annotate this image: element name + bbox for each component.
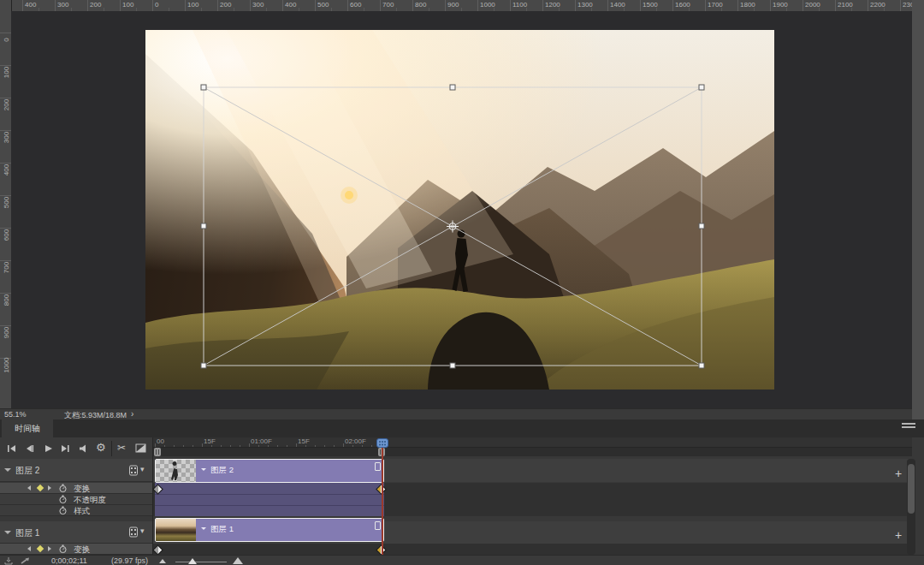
convert-arrow-icon[interactable] [21,557,30,564]
property-label: 样式 [74,506,90,517]
clip-end-marker[interactable] [375,462,381,471]
ruler-tick [217,0,218,11]
ruler-label: 300 [252,1,264,9]
zoom-out-mountain-icon[interactable] [159,559,166,563]
next-keyframe-icon[interactable] [48,546,51,551]
ruler-tick [152,0,153,11]
zoom-level[interactable]: 55.1% [4,410,27,419]
film-dropdown-icon[interactable]: ▾ [140,526,145,535]
left-ruler[interactable]: 01002003004005006007008009001000 [0,11,12,408]
timeline-ruler-tick [258,445,259,447]
audio-toggle-icon[interactable] [79,444,89,453]
timeline-ruler-tick [268,445,269,447]
ruler-corner[interactable] [0,0,12,12]
split-scissors-icon[interactable]: ✂ [117,442,126,454]
timeline-ruler-label: 15F [298,437,310,445]
timeline-bottom-bar: 0;00;02;11 (29.97 fps) [0,555,924,565]
video-clip-layer2[interactable]: 图层 2 [155,459,384,483]
video-clip-layer1[interactable]: 图层 1 [155,518,384,542]
playback-settings-gear-icon[interactable]: ⚙ [96,441,106,454]
stopwatch-icon[interactable] [58,544,68,554]
zoom-in-mountain-icon[interactable] [233,557,243,564]
timeline-scrollbar[interactable] [907,459,915,555]
collapse-chevron-icon[interactable] [4,468,11,472]
clip-end-marker[interactable] [375,521,381,530]
ruler-label: 1200 [545,1,560,9]
transform-handle-top-right[interactable] [699,85,704,90]
transform-handle-top-left[interactable] [201,85,206,90]
transition-icon[interactable] [135,443,146,453]
next-keyframe-icon[interactable] [48,485,51,491]
timeline-ruler[interactable]: 0015F01:00F15F02:00F [153,437,912,448]
top-ruler[interactable]: 4003002001000100200300400500600700800900… [0,0,912,12]
keyframe-diamond-icon[interactable] [37,485,44,491]
previous-keyframe-icon[interactable] [27,546,31,551]
clip-chevron-icon[interactable] [201,527,206,530]
transform-handle-bottom-right[interactable] [699,363,704,368]
track-header-layer1[interactable]: 图层 1 ▾ [0,521,152,544]
collapse-chevron-icon[interactable] [4,531,11,534]
frame-rate-display: (29.97 fps) [111,556,148,565]
work-area-start-handle[interactable] [154,448,161,456]
track-header-layer2[interactable]: 图层 2 ▾ [0,459,152,482]
next-frame-button[interactable] [60,444,70,453]
property-row-transform-layer2[interactable]: 变换 [0,483,152,494]
timeline-ruler-label: 01:00F [251,437,272,445]
film-dropdown-icon[interactable]: ▾ [140,465,145,473]
ruler-label: 800 [3,291,10,310]
zoom-slider-thumb[interactable] [188,558,197,564]
timeline-ruler-tick [249,443,250,447]
current-time-display[interactable]: 0;00;02;11 [51,556,87,565]
transform-handle-middle-right[interactable] [699,223,704,229]
property-row-style-layer2[interactable]: 样式 [0,505,152,516]
ruler-label: 0 [155,1,158,9]
ruler-label: 200 [220,1,231,9]
timeline-ruler-tick [296,443,297,447]
layer-name[interactable]: 图层 1 [15,527,39,539]
ruler-tick [250,0,251,11]
ruler-label: 1100 [512,1,527,9]
stopwatch-icon[interactable] [58,506,68,515]
previous-frame-button[interactable] [24,444,34,453]
ruler-tick [347,0,348,11]
property-row-transform-layer1[interactable]: 变换 [0,544,152,555]
status-expand-arrow[interactable]: › [131,409,133,419]
transform-handle-top-center[interactable] [450,85,455,90]
clip-chevron-icon[interactable] [201,468,206,471]
transform-reference-point[interactable] [447,221,459,233]
ruler-label: 400 [25,1,36,9]
transform-handle-middle-left[interactable] [201,223,206,229]
property-row-opacity-layer2[interactable]: 不透明度 [0,494,152,505]
timeline-zoom-slider[interactable] [175,562,227,562]
ruler-label: 700 [3,259,10,277]
clip-settings-film-icon[interactable] [128,526,139,538]
first-frame-button[interactable] [7,444,17,453]
canvas-image[interactable] [145,30,774,390]
previous-keyframe-icon[interactable] [27,485,31,491]
ruler-label: 2000 [805,1,820,9]
add-media-button-layer1[interactable]: + [895,529,902,541]
ruler-label: 100 [3,63,10,82]
playhead-marker[interactable] [376,438,388,449]
layer-name[interactable]: 图层 2 [15,465,39,477]
panel-menu-icon[interactable] [902,423,915,431]
timeline-ruler-tick [362,445,363,447]
transform-handle-bottom-center[interactable] [450,363,455,368]
ruler-tick [640,0,641,11]
keyframe-diamond-icon[interactable] [37,545,44,552]
stopwatch-icon[interactable] [58,495,68,504]
stopwatch-icon[interactable] [58,484,68,493]
timeline-ruler-tick [352,445,353,447]
ruler-tick [477,0,478,11]
render-video-icon[interactable] [4,557,13,565]
tab-timeline[interactable]: 时间轴 [2,419,53,437]
transform-handle-bottom-left[interactable] [201,363,206,368]
ruler-tick [900,0,901,11]
scrollbar-thumb[interactable] [908,464,915,514]
clip-settings-film-icon[interactable] [128,465,139,476]
add-media-button-layer2[interactable]: + [895,467,902,479]
playhead-line[interactable] [382,448,383,555]
clip-label: 图层 2 [210,465,234,476]
timeline-ruler-tick [202,443,203,447]
play-button[interactable] [43,444,53,453]
